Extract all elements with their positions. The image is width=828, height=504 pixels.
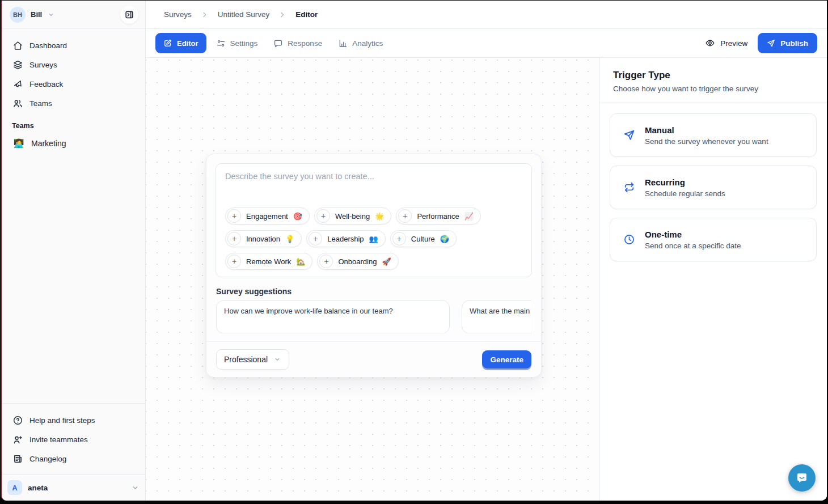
topic-chip-remote-work[interactable]: + Remote Work 🏡: [225, 253, 312, 270]
user-name: aneta: [28, 484, 125, 492]
plus-icon: +: [398, 209, 412, 223]
plus-icon: +: [392, 232, 406, 245]
workspace-switcher[interactable]: BH Bill: [2, 1, 145, 29]
sidebar-item-feedback[interactable]: Feedback: [7, 74, 140, 94]
plus-icon: +: [319, 255, 333, 268]
sidebar-item-label: Changelog: [29, 455, 66, 463]
publish-button[interactable]: Publish: [758, 33, 817, 53]
trigger-type-panel: Trigger Type Choose how you want to trig…: [599, 58, 827, 501]
topic-chip-leadership[interactable]: + Leadership 👥: [306, 230, 386, 247]
tab-settings[interactable]: Settings: [210, 33, 264, 53]
clock-icon: [623, 234, 635, 246]
tone-select[interactable]: Professional: [216, 349, 289, 370]
user-menu[interactable]: A aneta: [2, 474, 145, 501]
chevron-right-icon: [278, 11, 286, 19]
chip-label: Innovation: [246, 235, 280, 243]
megaphone-icon: [12, 78, 23, 90]
trigger-option-manual[interactable]: Manual Send the survey whenever you want: [610, 113, 817, 157]
sidebar-collapse-button[interactable]: [120, 6, 138, 24]
user-avatar: A: [7, 480, 22, 495]
chevron-down-icon: [131, 484, 140, 492]
tone-selected-value: Professional: [224, 355, 268, 364]
chip-label: Well-being: [335, 212, 370, 221]
survey-generator-card: Describe the survey you want to create..…: [206, 154, 542, 378]
team-emoji: 👩‍💻: [13, 138, 24, 149]
generate-button[interactable]: Generate: [482, 350, 531, 369]
topic-chips: + Engagement 🎯 + Well-being 🌟 +: [225, 207, 522, 270]
chat-widget-button[interactable]: [788, 464, 816, 492]
tab-editor[interactable]: Editor: [155, 33, 206, 53]
tab-response[interactable]: Response: [267, 33, 328, 53]
trigger-option-one-time[interactable]: One-time Send once at a specific date: [610, 218, 817, 261]
help-circle-icon: [12, 414, 23, 426]
chevron-down-icon: [47, 11, 55, 19]
preview-button[interactable]: Preview: [698, 33, 754, 53]
plus-icon: +: [316, 209, 330, 223]
sidebar-item-label: Invite teammates: [29, 435, 88, 444]
topic-chip-onboarding[interactable]: + Onboarding 🚀: [317, 253, 398, 270]
sidebar-item-label: Dashboard: [29, 41, 67, 50]
chip-label: Culture: [411, 235, 435, 243]
breadcrumb-untitled-survey[interactable]: Untitled Survey: [218, 10, 270, 19]
option-title: Recurring: [645, 177, 725, 187]
tab-label: Settings: [230, 39, 258, 48]
sidebar-item-team-marketing[interactable]: 👩‍💻 Marketing: [7, 133, 140, 154]
chip-label: Leadership: [327, 235, 364, 243]
sidebar-nav: Dashboard Surveys Feedback Teams: [2, 29, 145, 154]
trigger-panel-header: Trigger Type Choose how you want to trig…: [599, 58, 827, 103]
chat-smile-icon: [795, 471, 809, 485]
newspaper-icon: [12, 453, 23, 464]
suggestion-card[interactable]: What are the main ob: [462, 300, 531, 333]
tab-analytics[interactable]: Analytics: [332, 33, 389, 53]
sidebar-item-teams[interactable]: Teams: [7, 94, 140, 113]
chip-emoji: 👥: [369, 235, 378, 243]
sidebar-footer: Help and first steps Invite teammates Ch…: [2, 403, 145, 468]
panel-collapse-icon: [124, 10, 134, 20]
bar-chart-icon: [338, 39, 348, 48]
users-icon: [12, 98, 23, 109]
plus-icon: +: [227, 232, 241, 245]
team-label: Marketing: [31, 139, 66, 148]
chip-emoji: 🚀: [382, 257, 391, 266]
sidebar-item-dashboard[interactable]: Dashboard: [7, 36, 140, 55]
workspace-name: Bill: [31, 10, 42, 19]
topic-chip-culture[interactable]: + Culture 🌍: [390, 230, 457, 247]
breadcrumb-surveys[interactable]: Surveys: [164, 10, 192, 19]
editor-canvas[interactable]: Describe the survey you want to create..…: [146, 58, 599, 501]
chat-bubble-icon: [273, 39, 283, 48]
publish-label: Publish: [780, 39, 808, 48]
survey-prompt-input[interactable]: Describe the survey you want to create..…: [216, 163, 532, 277]
repeat-icon: [623, 181, 635, 194]
preview-label: Preview: [720, 39, 747, 48]
chevron-right-icon: [201, 11, 209, 19]
breadcrumb: Surveys Untitled Survey Editor: [146, 1, 827, 29]
tab-label: Response: [288, 39, 322, 48]
topic-chip-well-being[interactable]: + Well-being 🌟: [314, 207, 391, 225]
topic-chip-performance[interactable]: + Performance 📈: [396, 207, 481, 225]
sidebar-item-label: Teams: [29, 99, 52, 108]
suggestions-row: How can we improve work-life balance in …: [216, 300, 531, 333]
topic-chip-engagement[interactable]: + Engagement 🎯: [225, 207, 310, 225]
suggestion-card[interactable]: How can we improve work-life balance in …: [216, 300, 450, 333]
sidebar-item-changelog[interactable]: Changelog: [7, 449, 140, 468]
teams-section-label: Teams: [7, 113, 140, 133]
sidebar-item-invite[interactable]: Invite teammates: [7, 430, 140, 449]
sidebar-item-label: Help and first steps: [29, 416, 95, 425]
home-icon: [12, 40, 23, 51]
trigger-option-recurring[interactable]: Recurring Schedule regular sends: [610, 166, 817, 209]
workspace-avatar: BH: [10, 7, 26, 23]
sidebar-item-label: Surveys: [29, 61, 57, 69]
option-title: One-time: [645, 230, 741, 239]
trigger-options: Manual Send the survey whenever you want…: [599, 103, 827, 272]
topic-chip-innovation[interactable]: + Innovation 💡: [225, 230, 302, 247]
plus-icon: +: [227, 255, 241, 268]
send-icon: [623, 129, 635, 142]
prompt-placeholder: Describe the survey you want to create..…: [225, 172, 522, 181]
main-area: Surveys Untitled Survey Editor Editor: [146, 1, 827, 501]
send-icon: [767, 39, 775, 48]
sidebar-item-surveys[interactable]: Surveys: [7, 55, 140, 74]
chip-emoji: 📈: [464, 212, 474, 221]
sidebar-item-help[interactable]: Help and first steps: [7, 410, 140, 430]
chip-label: Performance: [417, 212, 459, 221]
tab-label: Analytics: [352, 39, 383, 48]
